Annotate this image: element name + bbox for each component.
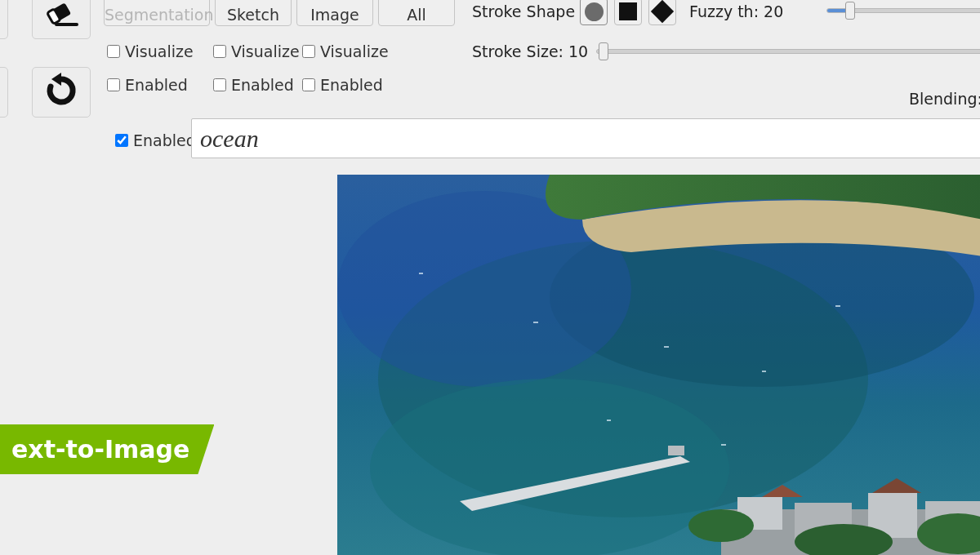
circle-icon: [585, 2, 604, 21]
sketch-enabled-checkbox[interactable]: Enabled: [213, 76, 294, 94]
image-enabled-checkbox[interactable]: Enabled: [302, 76, 383, 94]
sketch-visualize-checkbox[interactable]: Visualize: [213, 42, 300, 60]
stroke-shape-label: Stroke Shape: [472, 2, 575, 20]
all-button[interactable]: All: [378, 0, 455, 26]
slider-thumb[interactable]: [845, 2, 855, 20]
fuzzy-threshold-label: Fuzzy th: 20: [689, 2, 783, 20]
checkbox-input[interactable]: [107, 78, 120, 91]
sketch-button[interactable]: Sketch: [215, 0, 292, 26]
tool-button-unknown-left[interactable]: [0, 0, 8, 39]
checkbox-label: Enabled: [125, 76, 188, 94]
svg-point-8: [370, 379, 729, 555]
svg-marker-3: [51, 73, 61, 86]
text-enabled-checkbox[interactable]: Enabled: [115, 131, 196, 149]
checkbox-input[interactable]: [302, 45, 315, 58]
redo-tool-button[interactable]: [32, 67, 91, 118]
eraser-icon: [41, 0, 82, 33]
svg-point-24: [688, 509, 754, 542]
stroke-size-slider[interactable]: [596, 49, 980, 54]
banner-text: ext-to-Image: [11, 435, 189, 464]
checkbox-label: Visualize: [125, 42, 194, 60]
checkbox-label: Enabled: [133, 131, 196, 149]
svg-rect-10: [533, 322, 538, 323]
stroke-size-label: Stroke Size: 10: [472, 42, 588, 60]
slider-thumb[interactable]: [599, 42, 608, 60]
svg-rect-9: [419, 273, 423, 274]
text-to-image-banner: ext-to-Image: [0, 424, 214, 474]
checkbox-label: Visualize: [231, 42, 300, 60]
svg-rect-13: [835, 305, 840, 307]
svg-rect-11: [664, 346, 669, 348]
svg-rect-15: [721, 444, 726, 446]
segmentation-visualize-checkbox[interactable]: Visualize: [107, 42, 194, 60]
segmentation-enabled-checkbox[interactable]: Enabled: [107, 76, 188, 94]
redo-icon: [43, 73, 79, 112]
svg-rect-16: [668, 446, 684, 455]
checkbox-label: Visualize: [320, 42, 389, 60]
fuzzy-threshold-slider[interactable]: [826, 8, 980, 13]
blending-label: Blending:: [909, 90, 980, 108]
checkbox-input[interactable]: [213, 45, 226, 58]
stroke-shape-circle[interactable]: [580, 0, 608, 25]
diamond-icon: [651, 0, 674, 23]
tool-button-unknown-left-2[interactable]: [0, 67, 8, 118]
prompt-text-input[interactable]: [191, 118, 980, 158]
checkbox-input[interactable]: [213, 78, 226, 91]
segmentation-button[interactable]: Segmentation: [104, 0, 210, 26]
checkbox-input[interactable]: [115, 134, 128, 147]
checkbox-input[interactable]: [302, 78, 315, 91]
checkbox-label: Enabled: [231, 76, 294, 94]
svg-rect-14: [607, 420, 611, 421]
image-visualize-checkbox[interactable]: Visualize: [302, 42, 389, 60]
eraser-tool-button[interactable]: [32, 0, 91, 39]
checkbox-input[interactable]: [107, 45, 120, 58]
image-button[interactable]: Image: [296, 0, 373, 26]
stroke-shape-square[interactable]: [614, 0, 642, 25]
svg-rect-12: [762, 371, 766, 372]
canvas-image[interactable]: [337, 175, 980, 555]
square-icon: [619, 2, 637, 20]
stroke-shape-diamond[interactable]: [648, 0, 676, 25]
checkbox-label: Enabled: [320, 76, 383, 94]
